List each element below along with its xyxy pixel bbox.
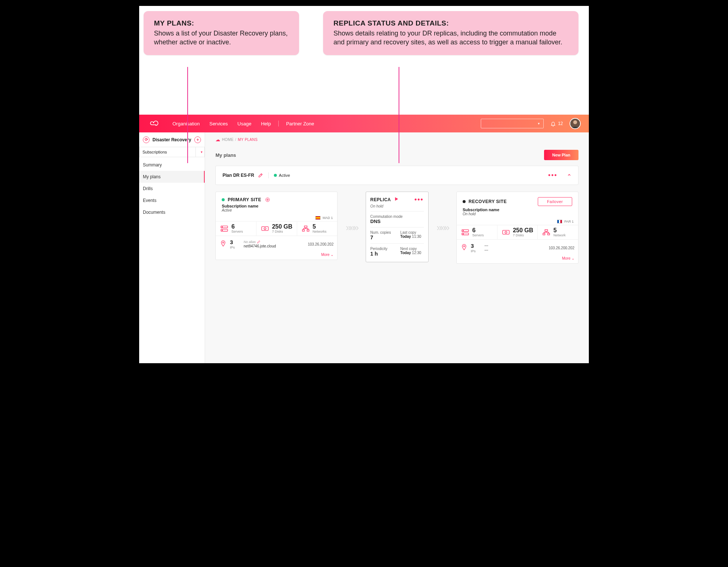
- breadcrumb-current: MY PLANS: [238, 138, 258, 142]
- play-button[interactable]: [394, 196, 399, 203]
- replica-status: On hold: [370, 204, 424, 208]
- bell-icon: [550, 121, 556, 126]
- server-icon: [460, 228, 470, 236]
- svg-rect-13: [307, 230, 309, 232]
- sidebar-item-documents[interactable]: Documents: [139, 206, 205, 218]
- stat-storage: 250 GB7 Disks: [497, 225, 538, 239]
- svg-rect-19: [503, 230, 509, 234]
- svg-rect-11: [304, 226, 307, 228]
- flag-fr-icon: [557, 220, 562, 223]
- svg-point-1: [573, 120, 577, 124]
- stat-storage: 250 GB7 Disks: [256, 222, 297, 236]
- sidebar-title: Disaster Recovery: [152, 137, 191, 142]
- primary-site-card: PRIMARY SITE Subscription name Active MA…: [215, 192, 338, 260]
- replica-heading: REPLICA: [370, 197, 391, 202]
- svg-point-10: [264, 227, 266, 229]
- callout-title: MY PLANS:: [154, 19, 289, 27]
- topbar: Organisation Services Usage Help Partner…: [139, 115, 589, 132]
- callout-my-plans: MY PLANS: Shows a list of your Disaster …: [144, 11, 299, 55]
- mode-value: DNS: [370, 219, 424, 224]
- svg-point-20: [505, 231, 507, 233]
- status-dot-icon: [222, 198, 225, 201]
- stat-servers: 6Servers: [457, 225, 497, 239]
- flag-es-icon: [315, 216, 321, 220]
- flow-arrow-icon: »»»: [435, 222, 450, 233]
- recovery-site-card: RECOVERY SITE Failover Subscription name…: [456, 192, 578, 264]
- region-tag: MAD 1: [216, 215, 337, 221]
- breadcrumb-home[interactable]: HOME: [222, 138, 234, 142]
- status-dot-icon: [463, 200, 466, 203]
- sidebar-item-events[interactable]: Events: [139, 195, 205, 206]
- svg-point-18: [463, 234, 464, 234]
- disk-icon: [501, 228, 511, 236]
- recovery-site-heading: RECOVERY SITE: [469, 199, 507, 204]
- svg-rect-22: [543, 233, 545, 235]
- failover-button[interactable]: Failover: [538, 197, 572, 206]
- caret-down-icon: ▼: [195, 147, 204, 157]
- top-nav: Organisation Services Usage Help: [168, 121, 271, 126]
- edit-icon[interactable]: [257, 240, 261, 244]
- nav-organisation[interactable]: Organisation: [172, 121, 200, 126]
- svg-rect-21: [545, 230, 548, 232]
- breadcrumb: ☁ HOME / MY PLANS: [215, 132, 578, 146]
- subscription-status: On hold: [457, 212, 578, 218]
- replica-actions-menu[interactable]: •••: [415, 196, 424, 203]
- subscription-label: Subscription name: [457, 206, 578, 212]
- stat-networks: 5Network: [538, 225, 578, 239]
- callout-body: Shows a list of your Disaster Recovery p…: [154, 29, 289, 47]
- sidebar-nav: Summary My plans Drills Events Documents: [139, 157, 205, 218]
- global-search-dropdown[interactable]: ▼: [481, 119, 544, 128]
- notif-count: 12: [558, 121, 563, 126]
- new-plan-button[interactable]: New Plan: [544, 150, 578, 160]
- ip-address: 103.26.200.202: [548, 246, 574, 250]
- svg-rect-12: [302, 230, 304, 232]
- ip-row: 3IPs --- --- 103.26.200.202: [457, 239, 578, 256]
- callout-title: REPLICA STATUS AND DETAILS:: [333, 19, 568, 27]
- svg-point-14: [223, 242, 224, 243]
- chevron-down-icon: ⌄: [331, 253, 333, 257]
- notifications-button[interactable]: 12: [550, 121, 563, 126]
- location-icon: [460, 244, 468, 252]
- nav-usage[interactable]: Usage: [238, 121, 252, 126]
- network-icon: [301, 225, 311, 233]
- svg-rect-23: [548, 233, 550, 235]
- network-icon: [541, 228, 551, 236]
- primary-site-heading: PRIMARY SITE: [228, 197, 261, 202]
- caret-down-icon: ▼: [537, 122, 540, 125]
- more-link[interactable]: More ⌄: [457, 256, 578, 263]
- stat-servers: 6Servers: [216, 222, 256, 236]
- selector-label: Subscriptions: [140, 150, 167, 154]
- nav-partner-zone[interactable]: Partner Zone: [286, 121, 314, 126]
- logo-icon[interactable]: [139, 119, 168, 128]
- page-title: My plans: [215, 152, 236, 158]
- collapse-toggle[interactable]: [567, 173, 571, 178]
- sidebar-header: ⟳ Disaster Recovery +: [139, 132, 205, 147]
- sidebar-item-drills[interactable]: Drills: [139, 183, 205, 195]
- nav-help[interactable]: Help: [261, 121, 271, 126]
- replica-card: REPLICA ••• On hold Commutation mode DNS: [366, 192, 429, 262]
- add-button[interactable]: +: [194, 136, 201, 143]
- ip-row: 3IPs No alias net84746.jote.cloud 103.26…: [216, 236, 337, 252]
- subscription-selector[interactable]: Subscriptions ▼: [139, 147, 205, 157]
- svg-point-17: [463, 230, 464, 231]
- sidebar: ⟳ Disaster Recovery + Subscriptions ▼ Su…: [139, 132, 205, 363]
- nav-services[interactable]: Services: [209, 121, 228, 126]
- main-content: ☁ HOME / MY PLANS My plans New Plan Plan…: [205, 132, 589, 363]
- plan-actions-menu[interactable]: •••: [548, 172, 557, 179]
- subscription-label: Subscription name: [216, 202, 337, 208]
- svg-point-7: [222, 227, 223, 227]
- ip-address: 103.26.200.202: [308, 242, 334, 246]
- status-badge: Active: [274, 173, 290, 178]
- more-link[interactable]: More ⌄: [216, 252, 337, 260]
- avatar[interactable]: [570, 118, 581, 129]
- server-icon: [219, 225, 229, 233]
- sidebar-item-my-plans[interactable]: My plans: [139, 171, 205, 183]
- flow-arrow-icon: »»»: [343, 222, 359, 233]
- target-icon: [265, 197, 270, 202]
- nav-divider: [278, 121, 279, 126]
- edit-icon[interactable]: [258, 173, 263, 178]
- sidebar-item-summary[interactable]: Summary: [139, 159, 205, 171]
- stat-networks: 5Networks: [297, 222, 338, 236]
- mode-label: Commutation mode: [370, 215, 424, 219]
- region-tag: PAR 1: [457, 218, 578, 225]
